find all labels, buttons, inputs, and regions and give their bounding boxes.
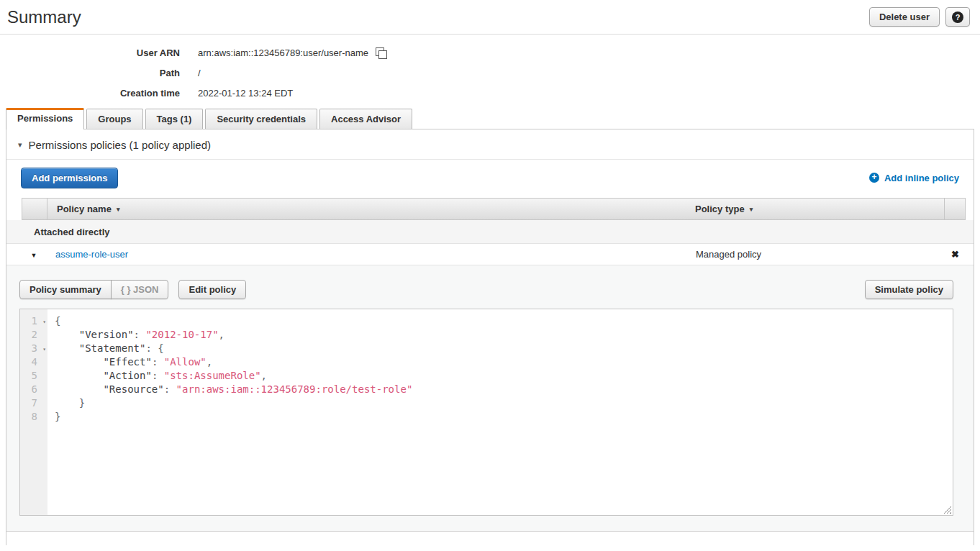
row-expand-toggle[interactable]: ▼ <box>22 249 46 260</box>
line-number: 2 <box>20 328 47 342</box>
policy-row: ▼ assume-role-user Managed policy ✖ <box>6 244 974 265</box>
edit-policy-button[interactable]: Edit policy <box>178 280 246 299</box>
code-line: "Action": "sts:AssumeRole", <box>55 369 412 383</box>
policy-view-toolbar: Policy summary { } JSON Edit policy Simu… <box>19 280 953 299</box>
policy-actions-row: Add permissions + Add inline policy <box>6 160 974 196</box>
code-token: } <box>55 411 60 422</box>
code-line: "Version": "2012-10-17", <box>55 328 412 342</box>
permissions-policies-section-header: ▾ Permissions policies (1 policy applied… <box>6 129 974 160</box>
code-token: : <box>134 329 146 340</box>
delete-user-button[interactable]: Delete user <box>869 7 940 27</box>
plus-icon: + <box>869 173 879 183</box>
code-token: , <box>207 356 212 368</box>
detail-value-text: arn:aws:iam::123456789:user/user-name <box>198 47 368 58</box>
column-policy-name[interactable]: Policy name ▾ <box>47 199 686 219</box>
code-token: { <box>55 315 60 327</box>
tab-tags-1[interactable]: Tags (1) <box>145 109 204 129</box>
policy-detail-panel: Policy summary { } JSON Edit policy Simu… <box>6 265 974 532</box>
add-inline-policy-link[interactable]: + Add inline policy <box>869 173 959 183</box>
code-line: { <box>55 314 412 328</box>
detail-row-creation-time: Creation time2022-01-12 13:24 EDT <box>0 88 980 99</box>
tab-permissions[interactable]: Permissions <box>6 108 84 129</box>
line-number: 1▾ <box>20 314 47 328</box>
detail-value: arn:aws:iam::123456789:user/user-name <box>198 47 386 58</box>
code-token: "Allow" <box>164 356 207 368</box>
tab-access-advisor[interactable]: Access Advisor <box>319 109 412 129</box>
sort-caret-icon: ▾ <box>117 206 120 213</box>
json-button[interactable]: { } JSON <box>111 280 169 299</box>
detail-row-user-arn: User ARNarn:aws:iam::123456789:user/user… <box>0 47 980 58</box>
line-number: 3▾ <box>20 342 47 355</box>
tab-security-credentials[interactable]: Security credentials <box>205 109 317 129</box>
permissions-policies-heading: Permissions policies (1 policy applied) <box>29 139 211 151</box>
fold-icon[interactable]: ▾ <box>42 315 46 329</box>
header-actions: Delete user ? <box>869 7 970 27</box>
permissions-tab-panel: ▾ Permissions policies (1 policy applied… <box>6 129 974 545</box>
editor-gutter: 1▾23▾45678 <box>20 309 47 515</box>
add-inline-policy-label: Add inline policy <box>884 173 959 183</box>
code-token: : <box>152 370 164 381</box>
code-token <box>55 342 79 354</box>
code-token: : <box>152 356 164 368</box>
policy-summary-button[interactable]: Policy summary <box>19 280 112 299</box>
policy-view-toggle: Policy summary { } JSON <box>19 280 168 299</box>
editor-code[interactable]: { "Version": "2012-10-17", "Statement": … <box>47 309 412 515</box>
group-row-attached-directly: Attached directly <box>6 220 974 244</box>
code-token: , <box>261 370 267 381</box>
page-header: Summary Delete user ? <box>0 0 980 35</box>
code-line: } <box>55 410 412 424</box>
policy-name-link[interactable]: assume-role-user <box>55 249 128 260</box>
code-token: "2012-10-17" <box>145 329 218 340</box>
fold-icon[interactable]: ▾ <box>42 342 46 356</box>
help-button[interactable]: ? <box>945 7 970 27</box>
code-token: "Resource" <box>103 383 163 395</box>
user-details: User ARNarn:aws:iam::123456789:user/user… <box>0 35 980 99</box>
detach-policy-cell: ✖ <box>945 249 966 260</box>
help-icon: ? <box>952 12 963 23</box>
detail-label: Path <box>0 68 180 78</box>
policy-name-cell: assume-role-user <box>46 249 686 260</box>
code-line: "Resource": "arn:aws:iam::123456789:role… <box>55 383 412 396</box>
tab-bar: PermissionsGroupsTags (1)Security creden… <box>6 108 974 129</box>
policy-name-column-label: Policy name <box>57 204 112 214</box>
line-number: 5 <box>20 369 47 383</box>
detail-value-text: 2022-01-12 13:24 EDT <box>198 88 293 99</box>
resize-handle-icon[interactable] <box>943 506 951 514</box>
code-line: "Effect": "Allow", <box>55 355 412 369</box>
code-line: } <box>55 396 412 410</box>
line-number: 4 <box>20 355 47 369</box>
detach-policy-icon[interactable]: ✖ <box>951 249 959 260</box>
line-number: 8 <box>20 410 47 424</box>
copy-icon[interactable] <box>376 47 386 58</box>
detail-value: 2022-01-12 13:24 EDT <box>198 88 293 99</box>
policy-type-column-label: Policy type <box>695 204 745 214</box>
expand-column-header <box>22 199 47 219</box>
code-line: "Statement": { <box>55 342 412 355</box>
detail-value-text: / <box>198 68 201 78</box>
code-token: , <box>219 329 224 340</box>
column-policy-type[interactable]: Policy type ▾ <box>686 199 944 219</box>
code-token <box>55 370 103 381</box>
code-token: "arn:aws:iam::123456789:role/test-role" <box>176 383 413 395</box>
code-token: "sts:AssumeRole" <box>164 370 261 381</box>
json-editor[interactable]: 1▾23▾45678 { "Version": "2012-10-17", "S… <box>19 309 953 516</box>
line-number: 6 <box>20 383 47 396</box>
detail-label: Creation time <box>0 88 180 99</box>
add-permissions-button[interactable]: Add permissions <box>21 168 118 188</box>
detail-row-path: Path/ <box>0 68 980 78</box>
detail-label: User ARN <box>0 47 180 58</box>
code-token <box>55 397 79 409</box>
code-token: "Version" <box>79 329 134 340</box>
policy-type-value: Managed policy <box>686 249 945 260</box>
collapse-caret-icon[interactable]: ▾ <box>18 140 22 150</box>
code-token: "Statement" <box>79 342 146 354</box>
code-token <box>55 329 79 340</box>
actions-column-header <box>944 199 965 219</box>
tab-groups[interactable]: Groups <box>86 109 142 129</box>
code-token: : <box>164 383 176 395</box>
policy-table-header: Policy name ▾ Policy type ▾ <box>22 198 966 220</box>
code-token: : { <box>145 342 163 354</box>
sort-caret-icon: ▾ <box>750 206 753 213</box>
code-token <box>55 356 103 368</box>
simulate-policy-button[interactable]: Simulate policy <box>865 280 953 299</box>
